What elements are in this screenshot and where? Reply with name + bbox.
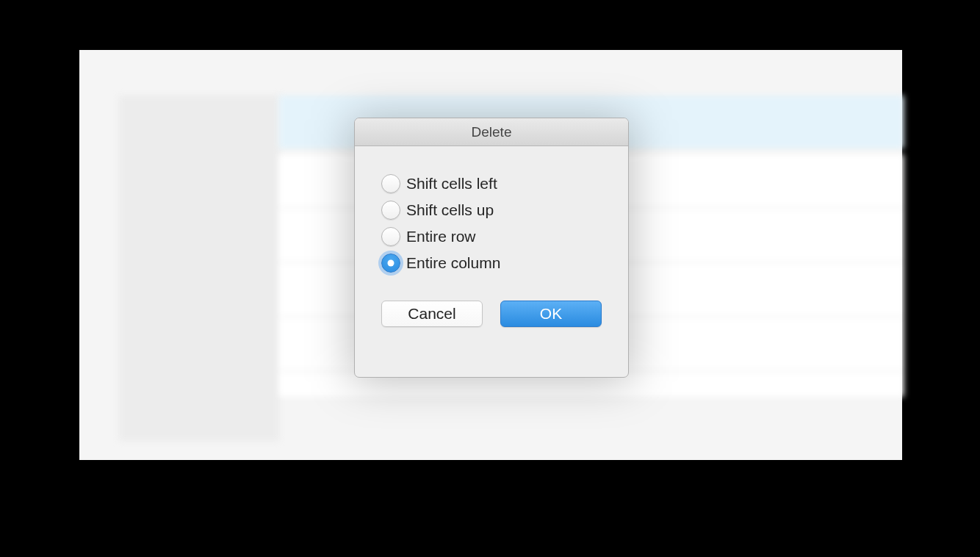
radio-entire-row[interactable]: Entire row [381,227,602,246]
delete-options-group: Shift cells left Shift cells up Entire r… [381,174,602,273]
dialog-body: Shift cells left Shift cells up Entire r… [355,146,628,327]
radio-button-icon [381,201,400,220]
ok-button[interactable]: OK [500,301,602,327]
cancel-button[interactable]: Cancel [381,301,483,327]
radio-label: Entire row [406,228,476,245]
radio-button-icon [381,227,400,246]
radio-label: Shift cells up [406,201,494,219]
sidebar-blur [119,96,279,441]
radio-shift-cells-up[interactable]: Shift cells up [381,201,602,220]
radio-label: Entire column [406,254,500,272]
radio-button-icon [381,254,400,273]
radio-label: Shift cells left [406,175,497,193]
dialog-title: Delete [355,118,628,146]
delete-dialog: Delete Shift cells left Shift cells up E… [354,118,629,378]
dialog-button-row: Cancel OK [381,301,602,327]
radio-button-icon [381,174,400,193]
radio-shift-cells-left[interactable]: Shift cells left [381,174,602,193]
radio-entire-column[interactable]: Entire column [381,254,602,273]
